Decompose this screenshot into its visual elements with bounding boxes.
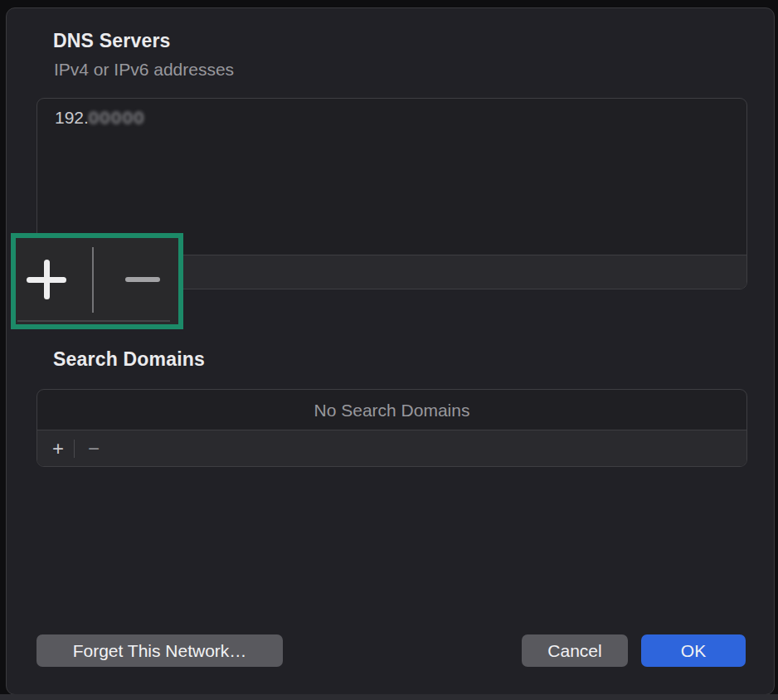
add-search-domain-button[interactable]: + [46, 439, 71, 459]
search-domains-heading: Search Domains [53, 348, 205, 371]
plus-icon: + [52, 437, 64, 459]
dns-server-value-redacted: 00000 [89, 108, 145, 127]
remove-dns-server-button[interactable] [125, 277, 160, 282]
divider [17, 320, 170, 322]
forget-this-network-button[interactable]: Forget This Network… [36, 634, 283, 667]
dns-servers-subtitle: IPv4 or IPv6 addresses [54, 60, 234, 80]
window-edge-strip [0, 694, 778, 700]
cancel-button[interactable]: Cancel [522, 634, 628, 667]
search-domains-toolbar: + − [37, 430, 746, 466]
network-details-dialog: DNS Servers IPv4 or IPv6 addresses 192.0… [6, 7, 775, 695]
toolbar-divider [74, 440, 75, 458]
search-domains-empty-label: No Search Domains [37, 390, 746, 430]
dns-servers-heading: DNS Servers [53, 30, 171, 52]
minus-icon: − [88, 437, 100, 459]
ok-button[interactable]: OK [641, 634, 746, 667]
highlight-callout-dns-add-remove [11, 233, 183, 329]
dns-server-value: 192. [55, 108, 89, 127]
toolbar-divider [92, 247, 94, 313]
search-domains-list[interactable]: No Search Domains + − [36, 389, 747, 467]
add-dns-server-button[interactable] [27, 260, 66, 299]
remove-search-domain-button[interactable]: − [81, 439, 106, 459]
dns-server-entry[interactable]: 192.00000 [55, 108, 145, 128]
